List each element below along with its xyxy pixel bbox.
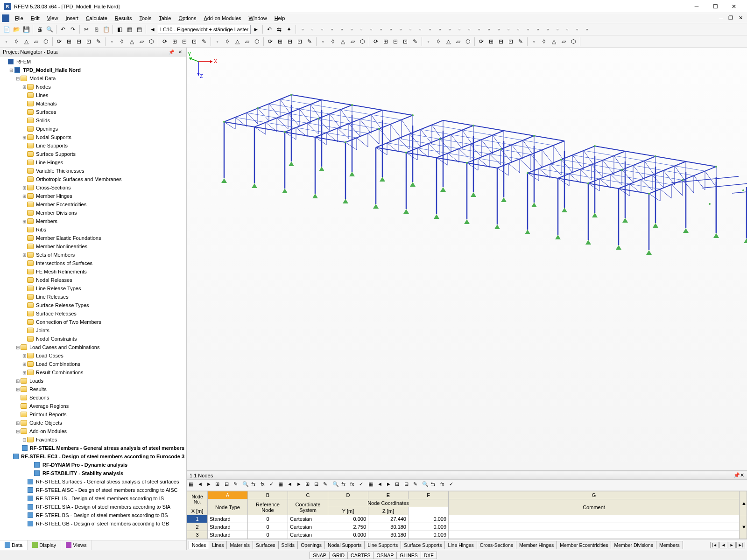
save-icon[interactable]: 💾 <box>21 25 31 34</box>
paste-icon[interactable]: 📋 <box>101 25 111 34</box>
tool-icon[interactable]: ▫ <box>523 25 533 34</box>
tool-icon[interactable]: △ <box>338 37 347 46</box>
tool-icon[interactable]: ▫ <box>543 25 552 34</box>
tool-icon[interactable]: △ <box>21 37 31 46</box>
tree-item[interactable]: Surfaces <box>0 108 186 116</box>
tree-item[interactable]: ⊞Load Cases <box>0 351 186 360</box>
tool-icon[interactable]: ▫ <box>357 25 366 34</box>
tree-item[interactable]: RF-STEEL GB - Design of steel members ac… <box>0 519 186 528</box>
table-tool-icon[interactable]: ► <box>386 481 395 490</box>
undo-icon[interactable]: ↶ <box>58 25 68 34</box>
tool-icon[interactable]: ▫ <box>366 25 376 34</box>
tool-icon[interactable]: ⊞ <box>381 37 390 46</box>
menu-insert[interactable]: Insert <box>62 14 82 22</box>
table-tool-icon[interactable]: ✓ <box>449 481 458 490</box>
copy-icon[interactable]: ⎘ <box>92 25 101 34</box>
tool-icon[interactable]: ⟳ <box>477 37 486 46</box>
tool-icon[interactable]: ▫ <box>484 25 493 34</box>
tool-icon[interactable]: ▫ <box>553 25 562 34</box>
menu-calculate[interactable]: Calculate <box>82 14 111 22</box>
tab-display[interactable]: Display <box>28 540 61 550</box>
tool-icon[interactable]: ▫ <box>298 25 307 34</box>
tree-item[interactable]: ⊟Add-on Modules <box>0 427 186 435</box>
table-tool-icon[interactable]: ⊞ <box>305 481 314 490</box>
menu-help[interactable]: Help <box>271 14 289 22</box>
tool-icon[interactable]: ⟳ <box>55 37 64 46</box>
tool-icon[interactable]: ▫ <box>445 25 454 34</box>
table-tab-cross-sections[interactable]: Cross-Sections <box>477 541 516 549</box>
tool-icon[interactable]: ▫ <box>474 25 484 34</box>
menu-window[interactable]: Window <box>245 14 271 22</box>
tool-icon[interactable]: ▫ <box>425 25 435 34</box>
tree-item[interactable]: ⊞Nodes <box>0 83 186 91</box>
tree-item[interactable]: Nodal Constraints <box>0 335 186 343</box>
tool-icon[interactable]: ✎ <box>199 37 209 46</box>
pin-icon[interactable]: 📌 <box>733 472 740 478</box>
redo-icon[interactable]: ↷ <box>68 25 78 34</box>
menu-table[interactable]: Table <box>155 14 175 22</box>
table-grid[interactable]: NodeNo.ABCDEFG▲Node TypeReference NodeCo… <box>187 491 747 539</box>
table-row[interactable]: 2Standard0Cartesian2.75030.1800.009 <box>187 523 747 531</box>
tree-item[interactable]: Line Release Types <box>0 284 186 293</box>
tool-icon[interactable]: ▫ <box>327 25 337 34</box>
table-tab-line-hinges[interactable]: Line Hinges <box>444 541 477 549</box>
table-row[interactable]: 1Standard0Cartesian0.00027.4400.009▼ <box>187 515 747 523</box>
tree-item[interactable]: RF-STABILITY - Stability analysis <box>0 469 186 477</box>
tree-item[interactable]: Intersections of Surfaces <box>0 259 186 267</box>
tool-icon[interactable]: ⟳ <box>371 37 381 46</box>
tree-item[interactable]: Average Regions <box>0 402 186 410</box>
tool-icon[interactable]: ⊟ <box>74 37 84 46</box>
table-tool-icon[interactable]: ◄ <box>197 481 206 490</box>
table-tab-surface-supports[interactable]: Surface Supports <box>401 541 445 549</box>
tree-item[interactable]: Ribs <box>0 225 186 234</box>
tool-icon[interactable]: ◦ <box>2 37 11 46</box>
tree-item[interactable]: Variable Thicknesses <box>0 167 186 175</box>
tool-icon[interactable]: ◦ <box>318 37 328 46</box>
table-tool-icon[interactable]: ⊟ <box>404 481 413 490</box>
tree-item[interactable]: Solids <box>0 116 186 125</box>
tree-item[interactable]: ⊟Favorites <box>0 435 186 444</box>
tool-icon[interactable]: ⊟ <box>391 37 400 46</box>
status-snap[interactable]: SNAP <box>310 552 330 559</box>
tree-item[interactable]: Orthotropic Surfaces and Membranes <box>0 175 186 183</box>
nav-right-icon[interactable]: ► <box>251 25 261 34</box>
tool-icon[interactable]: ◊ <box>223 37 232 46</box>
tool-icon[interactable]: ⊟ <box>180 37 189 46</box>
tree-item[interactable]: Printout Reports <box>0 410 186 419</box>
table-tool-icon[interactable]: ⇆ <box>431 481 439 490</box>
tb-icon[interactable]: ▤ <box>134 25 144 34</box>
tree-item[interactable]: Member Nonlinearities <box>0 242 186 251</box>
tool-icon[interactable]: △ <box>444 37 453 46</box>
tree[interactable]: RFEM⊟TPD_Modell_Halle Nord⊟Model Data⊞No… <box>0 56 186 540</box>
tool-icon[interactable]: ▫ <box>416 25 425 34</box>
tree-item[interactable]: ⊞Nodal Supports <box>0 133 186 141</box>
table-tool-icon[interactable]: ◄ <box>287 481 296 490</box>
menu-view[interactable]: View <box>43 14 62 22</box>
tool-icon[interactable]: ▫ <box>337 25 346 34</box>
tool-icon[interactable]: ▫ <box>504 25 513 34</box>
tree-item[interactable]: ⊞Results <box>0 385 186 393</box>
menu-add-on-modules[interactable]: Add-on Modules <box>200 14 245 22</box>
tool-icon[interactable]: ⬡ <box>41 37 50 46</box>
tree-item[interactable]: ⊞Cross-Sections <box>0 183 186 192</box>
tree-item[interactable]: RFEM <box>0 57 186 66</box>
tool-icon[interactable]: ⊞ <box>64 37 74 46</box>
table-tab-line-supports[interactable]: Line Supports <box>364 541 401 549</box>
mdi-close[interactable]: ✕ <box>736 15 745 21</box>
tree-item[interactable]: Surface Release Types <box>0 301 186 309</box>
tree-item[interactable]: ⊞Guide Objects <box>0 419 186 427</box>
tool-icon[interactable]: ⟳ <box>160 37 169 46</box>
table-tab-nodal-supports[interactable]: Nodal Supports <box>324 541 365 549</box>
tab-first-icon[interactable]: |◄ <box>710 542 719 548</box>
table-tool-icon[interactable]: ⇆ <box>341 481 350 490</box>
tool-icon[interactable]: ▱ <box>137 37 146 46</box>
table-tool-icon[interactable]: ⊟ <box>225 481 233 490</box>
menu-file[interactable]: File <box>11 14 27 22</box>
table-tab-lines[interactable]: Lines <box>209 541 227 549</box>
table-tab-openings[interactable]: Openings <box>297 541 325 549</box>
tree-item[interactable]: ⊞Loads <box>0 377 186 385</box>
mdi-restore[interactable]: ❐ <box>726 15 735 21</box>
tool-icon[interactable]: ⊡ <box>295 37 304 46</box>
tool-icon[interactable]: ▱ <box>31 37 41 46</box>
tool-icon[interactable]: ▫ <box>563 25 572 34</box>
